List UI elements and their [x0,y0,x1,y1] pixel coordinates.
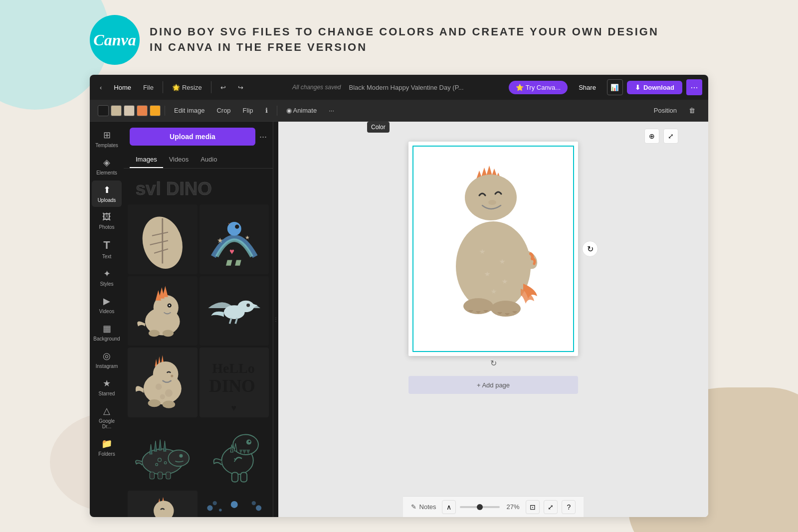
canvas-scroll[interactable]: ↻ ↻ + Add page [278,122,708,496]
sidebar-item-folders[interactable]: 📁 Folders [92,434,122,461]
svg-marker-45 [164,441,166,451]
svg-text:♥: ♥ [229,247,234,256]
help-button[interactable]: ? [562,500,576,514]
left-panel: Upload media ··· Images Videos Audio svl… [124,122,273,517]
image-grid: ♥ ★ ★ [128,204,269,517]
list-item[interactable] [128,348,198,417]
svg-point-19 [149,330,160,337]
page-view-button[interactable]: ⊡ [526,500,540,514]
canva-logo: Canva [90,15,140,65]
text-icon: T [103,239,110,252]
sidebar-item-videos[interactable]: ▶ Videos [92,292,122,318]
list-item[interactable]: HeLLo DINO ♥ [200,348,269,417]
tab-images[interactable]: Images [130,152,163,168]
photos-label: Photos [99,224,114,230]
google-drive-icon: △ [103,405,110,416]
svg-point-36 [148,399,161,407]
background-icon: ▦ [103,323,111,334]
tab-videos[interactable]: Videos [163,152,195,168]
sidebar-item-starred[interactable]: ★ Starred [92,374,122,400]
color-swatch-orange[interactable] [137,105,148,116]
panel-resize-handle[interactable]: ⋮ [273,122,278,517]
try-canva-button[interactable]: ⭐ Try Canva... [509,81,568,94]
svg-point-86 [488,200,496,205]
folders-label: Folders [98,451,115,457]
download-button[interactable]: ⬇ Download [627,81,682,94]
redo-button[interactable]: ↪ [234,82,247,93]
dino-text-banner[interactable]: svl DINO svl DINO [128,173,269,202]
undo-button[interactable]: ↩ [216,82,230,93]
zoom-controls: ∧ 27% ⊡ ⤢ ? [442,500,576,514]
sidebar-item-instagram[interactable]: ◎ Instagram [92,347,122,373]
svg-point-79 [230,501,237,508]
sidebar-item-styles[interactable]: ✦ Styles [92,264,122,291]
sidebar-item-photos[interactable]: 🖼 Photos [92,208,122,234]
list-item[interactable] [200,276,269,346]
share-button[interactable]: Share [572,81,603,94]
list-item[interactable]: ♥ [200,491,269,517]
info-button[interactable]: ℹ [260,105,273,116]
file-button[interactable]: File [139,82,158,93]
analytics-button[interactable]: 📊 [607,79,623,95]
svg-point-24 [246,303,250,307]
add-page-bar[interactable]: + Add page [408,376,578,394]
svg-point-87 [456,221,531,311]
more-options-sec[interactable]: ··· [324,105,339,116]
svg-text:★: ★ [216,236,223,244]
sidebar-item-elements[interactable]: ◈ Elements [92,153,122,179]
notes-button[interactable]: ✎ Notes [411,503,436,511]
upload-media-button[interactable]: Upload media [130,128,255,146]
home-button[interactable]: Home [110,82,135,93]
svg-point-20 [163,330,174,337]
list-item[interactable] [200,419,269,489]
list-item[interactable]: ♥ ★ ★ [200,204,269,274]
crop-button[interactable]: Crop [211,105,235,116]
list-item[interactable] [128,419,198,489]
zoom-up-button[interactable]: ∧ [442,500,456,514]
sidebar-item-templates[interactable]: ⊞ Templates [92,126,122,152]
color-swatch-tan[interactable] [111,105,122,116]
svg-text:DINO: DINO [209,376,255,396]
svg-marker-43 [154,441,157,451]
position-button[interactable]: Position [649,105,682,116]
tab-audio[interactable]: Audio [195,152,223,168]
color-swatch-black[interactable] [98,105,109,116]
text-label: Text [102,254,111,259]
svg-rect-59 [240,472,247,482]
back-button[interactable]: ‹ [96,82,106,93]
instagram-icon: ◎ [103,351,111,361]
list-item[interactable] [128,276,198,346]
svg-marker-16 [163,286,168,297]
fullscreen-button[interactable]: ⤢ [544,500,558,514]
canvas-page-refresh[interactable]: ↻ [490,358,497,368]
zoom-slider[interactable] [460,506,500,508]
delete-button[interactable]: 🗑 [684,105,700,116]
sidebar-item-text[interactable]: T Text [92,235,122,263]
canvas-rotation-handle[interactable]: ↻ [582,241,598,257]
panel-tabs: Images Videos Audio [124,152,273,169]
list-item[interactable] [128,204,198,274]
resize-button[interactable]: 🌟 Resize [168,82,206,93]
sidebar-item-google-drive[interactable]: △ Google Dr... [92,401,122,433]
animate-button[interactable]: ◉ Animate [281,105,322,116]
edit-image-button[interactable]: Edit image [169,105,209,116]
svg-marker-44 [159,439,162,450]
panel-more-button[interactable]: ··· [259,132,267,142]
doc-filename[interactable]: Black Modern Happy Valentine Day (P... [349,84,463,91]
sidebar-item-background[interactable]: ▦ Background [92,319,122,346]
flip-button[interactable]: Flip [238,105,258,116]
elements-icon: ◈ [103,157,110,168]
animate-icon: ◉ [286,107,292,114]
color-swatch-yellow[interactable] [150,105,161,116]
toolbar-center: All changes saved Black Modern Happy Val… [251,84,505,91]
more-options-button[interactable]: ··· [686,79,702,95]
header-area: Canva DINO BOY SVG FILES TO CHANGE COLOR… [90,15,708,65]
color-swatch-beige[interactable] [124,105,135,116]
sidebar-item-uploads[interactable]: ⬆ Uploads [92,180,122,207]
folders-icon: 📁 [101,438,112,449]
canvas-area: ⊕ ⤢ [278,122,708,517]
svg-point-73 [219,509,222,512]
list-item[interactable] [128,491,198,517]
svg-point-22 [237,300,254,312]
svg-point-47 [179,454,183,457]
